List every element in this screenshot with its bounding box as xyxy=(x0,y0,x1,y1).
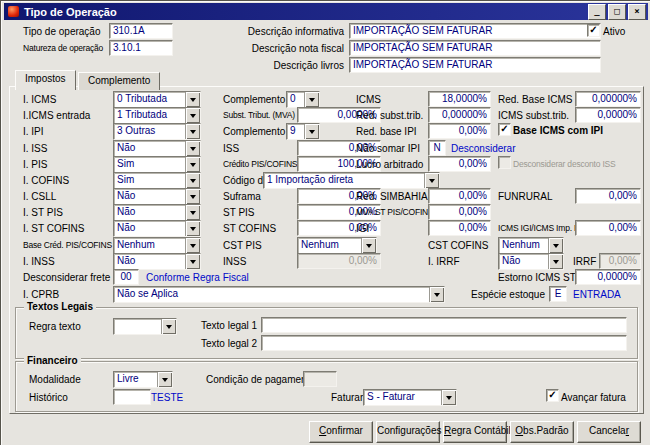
lucro-arbitrado-label: Lucro arbitrado xyxy=(356,159,423,170)
icms-pct-input[interactable]: 18,0000% xyxy=(428,91,491,107)
nao-somar-ipi-label: Não somar IPI xyxy=(356,143,420,154)
desconsiderar-desconto-iss-label: Desconsiderar desconto ISS xyxy=(513,159,616,169)
subst-trib-mva-label: Subst. Tribut. (MVA) xyxy=(223,110,295,120)
faturar-select[interactable]: S - Faturar xyxy=(363,389,457,406)
desc-nota-fiscal-label: Descrição nota fiscal xyxy=(231,43,344,54)
modalidade-label: Modalidade xyxy=(29,374,81,385)
texto-legal-1-input[interactable] xyxy=(261,317,627,333)
iss-ind-label: I. ISS xyxy=(23,143,47,154)
historico-teste-link[interactable]: TESTE xyxy=(151,392,183,403)
irrf-ind-select[interactable]: Não xyxy=(498,253,564,270)
natureza-operacao-input[interactable]: 3.10.1 xyxy=(109,40,173,56)
tipo-operacao-input[interactable]: 310.1A xyxy=(109,23,173,39)
red-simbahia-label: Red. SIMBAHIA xyxy=(356,191,428,202)
avancar-fatura-checkbox[interactable] xyxy=(546,389,559,402)
estorno-icms-st-input[interactable]: 0,0000% xyxy=(575,269,641,285)
codigo-origem-select[interactable]: 1 Importação direta xyxy=(263,172,440,189)
icms-pct-label: ICMS xyxy=(356,94,381,105)
especie-estoque-input[interactable]: E xyxy=(549,286,567,302)
confirmar-button[interactable]: Confirmar xyxy=(309,421,373,443)
desc-informativa-input[interactable]: IMPORTAÇÃO SEM FATURAR xyxy=(349,23,601,39)
ipi-ind-select[interactable]: 3 Outras xyxy=(113,123,201,140)
desc-livros-label: Descrição livros xyxy=(231,60,344,71)
chevron-down-icon xyxy=(185,141,200,156)
historico-input[interactable] xyxy=(113,389,151,405)
financeiro-title: Financeiro xyxy=(24,355,81,366)
chevron-down-icon xyxy=(161,319,176,334)
obs-padrao-button[interactable]: Obs.Padrão xyxy=(510,421,574,443)
iss-ind-select[interactable]: Não xyxy=(113,140,201,157)
complemento-ipi-select[interactable]: 9 xyxy=(286,123,320,140)
tab-impostos[interactable]: Impostos xyxy=(15,70,76,90)
cst-pis-label: CST PIS xyxy=(223,240,262,251)
chevron-down-icon xyxy=(185,108,200,123)
desc-livros-input[interactable]: IMPORTAÇÃO SEM FATURAR xyxy=(349,57,601,73)
desconsiderar-frete-label: Desconsiderar frete xyxy=(23,272,110,283)
cst-cofins-select[interactable]: Nenhum xyxy=(498,237,564,254)
regra-texto-select[interactable] xyxy=(113,318,177,335)
csll-ind-select[interactable]: Não xyxy=(113,188,201,205)
desc-nota-fiscal-input[interactable]: IMPORTAÇÃO SEM FATURAR xyxy=(349,40,601,56)
icms-entrada-label: I.ICMS entrada xyxy=(23,110,90,121)
close-button[interactable]: × xyxy=(628,4,646,20)
cofins-ind-select[interactable]: Sim xyxy=(113,172,201,189)
chevron-down-icon xyxy=(429,287,444,302)
cancelar-button[interactable]: Cancelar xyxy=(577,421,641,443)
st-pis-pct-label: ST PIS xyxy=(223,207,255,218)
icms-entrada-select[interactable]: 1 Tributada xyxy=(113,107,201,124)
nao-somar-ipi-input[interactable]: N xyxy=(428,140,446,156)
mva-st-pis-cofins-input[interactable]: 0,00% xyxy=(428,204,491,220)
pis-ind-select[interactable]: Sim xyxy=(113,156,201,173)
st-pis-ind-select[interactable]: Não xyxy=(113,204,201,221)
icms-subst-trib-input[interactable]: 0,0000% xyxy=(575,107,641,123)
tipo-de-operacao-dialog: Tipo de Operação _ □ × Tipo de operação … xyxy=(0,0,650,445)
title-bar[interactable]: Tipo de Operação _ □ × xyxy=(4,3,648,20)
pis-ind-label: I. PIS xyxy=(23,159,47,170)
red-subst-trib-input[interactable]: 0,00000% xyxy=(428,107,491,123)
base-cred-pis-cofins-select[interactable]: Nenhum xyxy=(113,237,201,254)
modalidade-select[interactable]: Livre xyxy=(113,371,173,388)
cst-pis-select[interactable]: Nenhum xyxy=(297,237,377,254)
maximize-button[interactable]: □ xyxy=(608,4,626,20)
red-base-ipi-input[interactable]: 0,00% xyxy=(428,123,491,139)
cprb-select[interactable]: Não se Aplica xyxy=(113,286,445,303)
chevron-down-icon xyxy=(185,92,200,107)
chevron-down-icon xyxy=(185,205,200,220)
minimize-button[interactable]: _ xyxy=(588,4,606,20)
lucro-arbitrado-input[interactable]: 0,00% xyxy=(428,156,491,172)
conforme-regra-fiscal-link[interactable]: Conforme Regra Fiscal xyxy=(146,272,249,283)
texto-legal-2-label: Texto legal 2 xyxy=(201,338,256,349)
entrada-link[interactable]: ENTRADA xyxy=(573,289,621,300)
natureza-operacao-label: Natureza de operação xyxy=(23,43,103,53)
inss-ind-select[interactable]: Não xyxy=(113,253,201,270)
st-cofins-ind-select[interactable]: Não xyxy=(113,220,201,237)
cprb-label: I. CPRB xyxy=(23,289,59,300)
funrural-input[interactable]: 0,00% xyxy=(575,188,641,204)
window-title: Tipo de Operação xyxy=(24,6,117,18)
desconsiderar-link[interactable]: Desconsiderar xyxy=(451,143,515,154)
ativo-checkbox[interactable] xyxy=(587,24,600,37)
igi-input[interactable]: 0,00% xyxy=(428,220,491,236)
chevron-down-icon xyxy=(424,173,439,188)
configuracoes-button[interactable]: Configurações xyxy=(376,421,440,443)
chevron-down-icon xyxy=(185,238,200,253)
tab-complemento[interactable]: Complemento xyxy=(78,72,160,90)
regra-contabil-button[interactable]: Regra Contábil xyxy=(443,421,507,443)
estorno-icms-st-label: Estorno ICMS ST xyxy=(498,272,576,283)
iss-pct-label: ISS xyxy=(223,143,239,154)
base-icms-com-ipi-checkbox[interactable] xyxy=(498,123,511,136)
textos-legais-title: Textos Legais xyxy=(24,301,96,312)
irrf-ind-label: I. IRRF xyxy=(428,256,460,267)
chevron-down-icon xyxy=(185,254,200,269)
inss-pct-input: 0,00% xyxy=(297,253,381,269)
texto-legal-2-input[interactable] xyxy=(261,335,627,351)
red-base-icms-input[interactable]: 0,00000% xyxy=(575,91,641,107)
icms-igi-imp-pr-input[interactable]: 0,00% xyxy=(575,220,641,236)
desconsiderar-frete-input[interactable]: 00 xyxy=(113,269,139,285)
ativo-label: Ativo xyxy=(603,26,625,37)
condicao-pagamento-input xyxy=(303,371,337,387)
chevron-down-icon xyxy=(185,157,200,172)
icms-ind-select[interactable]: 0 Tributada xyxy=(113,91,201,108)
complemento-icms-select[interactable]: 0 xyxy=(286,91,320,108)
red-simbahia-input[interactable]: 0,00% xyxy=(428,188,491,204)
